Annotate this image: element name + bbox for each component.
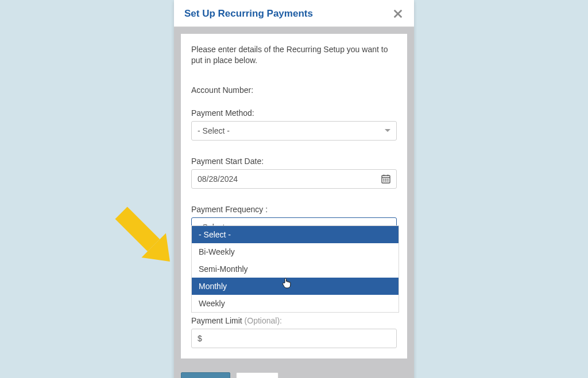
frequency-option-semimonthly[interactable]: Semi-Monthly: [192, 260, 399, 278]
modal-title: Set Up Recurring Payments: [184, 8, 313, 20]
account-number-row: Account Number:: [191, 85, 397, 95]
close-icon: [393, 9, 403, 19]
frequency-option-biweekly[interactable]: Bi-Weekly: [192, 243, 399, 260]
payment-frequency-dropdown: - Select - Bi-Weekly Semi-Monthly Monthl…: [191, 225, 399, 313]
svg-rect-8: [385, 180, 386, 181]
recurring-payments-modal: Set Up Recurring Payments Please enter d…: [174, 0, 414, 378]
svg-rect-6: [388, 178, 389, 180]
payment-method-row: Payment Method: - Select -: [191, 108, 397, 141]
payment-limit-input[interactable]: $: [191, 329, 397, 348]
payment-limit-optional: (Optional):: [242, 316, 282, 325]
modal-body: Please enter details of the Recurring Se…: [181, 34, 407, 358]
currency-prefix: $: [198, 334, 202, 343]
svg-rect-7: [384, 180, 385, 181]
intro-text: Please enter details of the Recurring Se…: [191, 44, 397, 66]
payment-start-date-input[interactable]: 08/28/2024: [191, 169, 397, 189]
chevron-down-icon: [385, 129, 390, 132]
payment-frequency-row: Payment Frequency : - Select - - Select …: [191, 205, 397, 237]
calendar-icon: [381, 174, 390, 184]
continue-button[interactable]: Continue: [181, 372, 230, 378]
close-button[interactable]: [392, 8, 404, 20]
payment-limit-field[interactable]: [202, 329, 390, 348]
svg-rect-5: [385, 178, 386, 180]
payment-limit-label: Payment Limit (Optional):: [191, 316, 397, 325]
modal-header: Set Up Recurring Payments: [174, 0, 414, 27]
payment-method-select[interactable]: - Select -: [191, 121, 397, 141]
payment-limit-row: Payment Limit (Optional): $: [191, 316, 397, 348]
payment-start-date-value: 08/28/2024: [198, 174, 238, 184]
frequency-option-weekly[interactable]: Weekly: [192, 295, 399, 312]
payment-method-label: Payment Method:: [191, 108, 397, 118]
account-number-label: Account Number:: [191, 85, 397, 95]
payment-start-date-row: Payment Start Date: 08/28/2024: [191, 157, 397, 189]
payment-frequency-label: Payment Frequency :: [191, 205, 397, 214]
svg-rect-9: [388, 180, 389, 181]
payment-start-date-label: Payment Start Date:: [191, 157, 397, 166]
svg-rect-12: [115, 207, 160, 252]
cancel-button[interactable]: Cancel: [236, 372, 278, 378]
payment-limit-label-text: Payment Limit: [191, 316, 242, 325]
modal-footer: Continue Cancel: [174, 365, 414, 378]
svg-rect-4: [384, 178, 385, 180]
payment-method-value: - Select -: [198, 126, 230, 135]
frequency-option-select[interactable]: - Select -: [192, 226, 399, 243]
frequency-option-monthly[interactable]: Monthly: [192, 278, 399, 295]
